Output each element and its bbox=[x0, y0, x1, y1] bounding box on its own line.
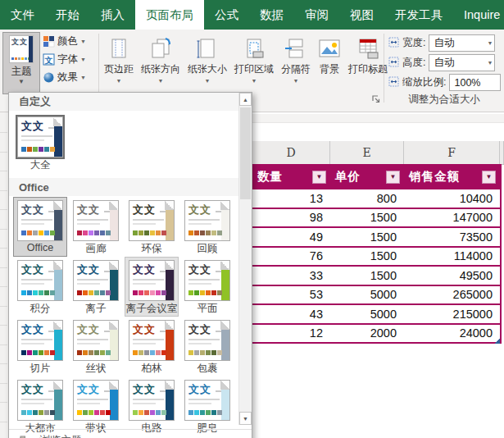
theme-item-office-8[interactable]: 文文平面 bbox=[181, 258, 234, 316]
scrollbar-thumb[interactable] bbox=[240, 107, 251, 199]
table-cell[interactable]: 800 bbox=[330, 189, 404, 208]
table-cell[interactable]: 73500 bbox=[404, 228, 500, 246]
theme-fonts-button[interactable]: 文 字体▼ bbox=[43, 50, 97, 68]
table-row[interactable]: 981500147000 bbox=[252, 209, 500, 229]
background-button[interactable]: 背景 bbox=[316, 32, 343, 84]
theme-thumbnail: 文文 bbox=[17, 320, 63, 361]
chevron-down-icon: ▼ bbox=[116, 78, 122, 84]
ribbon-tab-6[interactable]: 数据 bbox=[249, 0, 294, 30]
theme-item-office-2[interactable]: 文文画廊 bbox=[70, 198, 122, 256]
theme-item-custom-1[interactable]: 文文大全 bbox=[14, 114, 66, 172]
gallery-scrollbar[interactable]: ▲ ▼ bbox=[238, 93, 252, 425]
page-fold-icon bbox=[53, 117, 62, 126]
theme-item-office-11[interactable]: 文文柏林 bbox=[125, 317, 178, 376]
table-row[interactable]: 12200024000 bbox=[252, 325, 500, 344]
table-cell[interactable]: 49 bbox=[252, 228, 330, 246]
table-cell[interactable]: 53 bbox=[252, 286, 330, 304]
worksheet-edge bbox=[0, 112, 8, 438]
filter-dropdown-icon[interactable]: ▼ bbox=[312, 171, 326, 184]
table-cell[interactable]: 1500 bbox=[330, 248, 404, 266]
ribbon-tab-8[interactable]: 视图 bbox=[339, 0, 384, 30]
theme-item-office-9[interactable]: 文文切片 bbox=[14, 317, 66, 376]
table-cell[interactable]: 98 bbox=[252, 209, 330, 227]
orientation-button[interactable]: 纸张方向▼ bbox=[138, 32, 183, 84]
theme-item-office-4[interactable]: 文文回顾 bbox=[181, 198, 234, 256]
table-cell[interactable]: 265000 bbox=[404, 286, 500, 304]
browse-themes-item[interactable]: 浏览主题... bbox=[9, 429, 252, 438]
scroll-up-icon[interactable]: ▲ bbox=[239, 93, 252, 106]
table-row[interactable]: 761500114000 bbox=[252, 248, 500, 267]
theme-item-office-10[interactable]: 文文丝状 bbox=[70, 317, 122, 376]
chevron-down-icon: ▼ bbox=[488, 60, 493, 66]
scroll-down-icon[interactable]: ▼ bbox=[239, 412, 252, 425]
ribbon-tab-9[interactable]: 开发工具 bbox=[384, 0, 453, 30]
ribbon-tab-4[interactable]: 页面布局 bbox=[135, 0, 204, 30]
column-heading-F[interactable]: F bbox=[404, 141, 500, 164]
table-cell[interactable]: 49500 bbox=[404, 267, 500, 285]
theme-thumbnail: 文文 bbox=[184, 380, 230, 421]
table-cell[interactable]: 215000 bbox=[404, 305, 500, 323]
table-cell[interactable]: 12 bbox=[252, 325, 330, 343]
table-cell[interactable]: 43 bbox=[252, 305, 330, 323]
paper-size-button[interactable]: 纸张大小▼ bbox=[185, 32, 229, 84]
table-cell[interactable]: 5000 bbox=[330, 286, 404, 304]
table-cell[interactable]: 76 bbox=[252, 248, 330, 266]
table-cell[interactable]: 114000 bbox=[404, 248, 500, 266]
theme-item-office-7[interactable]: 文文离子会议室 bbox=[125, 258, 178, 316]
themes-button[interactable]: 文文 主题 ▼ bbox=[2, 32, 40, 94]
theme-item-office-14[interactable]: 文文带状 bbox=[70, 377, 122, 436]
scale-input-2[interactable]: 自动▼ bbox=[429, 54, 495, 71]
print-area-button[interactable]: 打印区域▼ bbox=[232, 32, 276, 84]
table-row[interactable]: 435000215000 bbox=[252, 305, 500, 325]
theme-item-office-5[interactable]: 文文积分 bbox=[14, 258, 66, 316]
filter-dropdown-icon[interactable]: ▼ bbox=[386, 171, 400, 184]
scale-input-1[interactable]: 自动▼ bbox=[429, 34, 495, 52]
table-cell[interactable]: 13 bbox=[252, 189, 330, 208]
theme-item-office-1[interactable]: 文文Office bbox=[14, 198, 66, 256]
table-cell[interactable]: 1500 bbox=[330, 228, 404, 246]
breaks-button[interactable]: 分隔符▼ bbox=[279, 32, 313, 84]
themes-icon: 文文 bbox=[9, 35, 34, 63]
column-heading-D[interactable]: D bbox=[252, 141, 330, 164]
table-cell[interactable]: 147000 bbox=[404, 209, 500, 227]
theme-item-office-12[interactable]: 文文包裹 bbox=[181, 317, 234, 376]
page-setup-dialog-launcher[interactable] bbox=[371, 93, 381, 103]
theme-effects-button[interactable]: 效果▼ bbox=[43, 68, 97, 86]
scale-row-2: 高度:自动▼ bbox=[388, 54, 495, 71]
table-cell[interactable]: 1500 bbox=[330, 209, 404, 227]
table-row[interactable]: 33150049500 bbox=[252, 267, 500, 286]
theme-item-office-6[interactable]: 文文离子 bbox=[70, 258, 122, 316]
chevron-down-icon: ▼ bbox=[252, 78, 257, 84]
theme-item-office-15[interactable]: 文文电路 bbox=[125, 377, 178, 436]
ribbon-tab-5[interactable]: 公式 bbox=[204, 0, 249, 30]
table-row[interactable]: 49150073500 bbox=[252, 228, 500, 248]
table-cell[interactable]: 33 bbox=[252, 267, 330, 285]
ribbon-tab-1[interactable]: 文件 bbox=[0, 0, 45, 30]
scale-input-3[interactable]: 100% bbox=[449, 74, 501, 91]
theme-item-office-3[interactable]: 文文环保 bbox=[125, 198, 178, 256]
filter-dropdown-icon[interactable]: ▼ bbox=[482, 171, 496, 184]
theme-thumbnail: 文文 bbox=[17, 380, 63, 421]
table-row[interactable]: 1380010400 bbox=[252, 189, 500, 209]
effects-icon bbox=[43, 71, 55, 84]
theme-thumbnail: 文文 bbox=[129, 260, 175, 301]
theme-item-office-16[interactable]: 文文肥皂 bbox=[181, 377, 234, 436]
table-cell[interactable]: 24000 bbox=[404, 325, 500, 343]
margins-button[interactable]: 页边距▼ bbox=[102, 32, 136, 84]
chevron-down-icon: ▼ bbox=[293, 78, 299, 84]
theme-thumbnail: 文文 bbox=[73, 380, 119, 421]
ribbon-tab-3[interactable]: 插入 bbox=[90, 0, 135, 30]
theme-item-office-13[interactable]: 文文大都市 bbox=[14, 377, 66, 436]
table-resize-handle[interactable] bbox=[494, 338, 500, 344]
column-heading-E[interactable]: E bbox=[330, 141, 404, 164]
table-cell[interactable]: 10400 bbox=[404, 189, 500, 208]
theme-colors-button[interactable]: 颜色▼ bbox=[43, 32, 97, 50]
table-cell[interactable]: 2000 bbox=[330, 325, 404, 343]
table-cell[interactable]: 1500 bbox=[330, 267, 404, 285]
table-row[interactable]: 535000265000 bbox=[252, 286, 500, 306]
ribbon-tab-10[interactable]: Inquire bbox=[453, 0, 504, 30]
ribbon-tab-2[interactable]: 开始 bbox=[45, 0, 90, 30]
table-cell[interactable]: 5000 bbox=[330, 305, 404, 323]
worksheet[interactable]: DEF 数量▼单价▼销售金额▼1380010400981500147000491… bbox=[252, 112, 504, 438]
ribbon-tab-7[interactable]: 审阅 bbox=[294, 0, 339, 30]
